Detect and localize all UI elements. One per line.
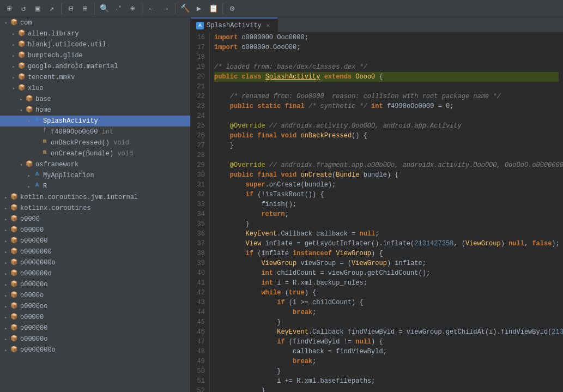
- tree-item-com[interactable]: ▾ 📦 com: [0, 17, 190, 28]
- tree-item-myapplication[interactable]: ▸ A MyApplication: [0, 170, 190, 181]
- settings-icon[interactable]: ⚙: [226, 3, 238, 15]
- tree-item-r[interactable]: ▸ A R: [0, 181, 190, 192]
- tree-item-oncreate[interactable]: m onCreate(Bundle) void: [0, 148, 190, 159]
- package-icon: 📦: [17, 51, 26, 60]
- list-item[interactable]: ▸ 📦 o000000: [0, 323, 190, 334]
- package-icon: 📦: [25, 106, 34, 114]
- tree-item-xluo[interactable]: ▾ 📦 xluo: [0, 83, 190, 94]
- tree-arrow[interactable]: ▸: [25, 184, 33, 190]
- list-item[interactable]: ▸ 📦 o00000: [0, 225, 190, 236]
- export-icon[interactable]: ↗: [46, 3, 58, 15]
- structure-icon[interactable]: ⊞: [3, 3, 15, 15]
- tree-arrow[interactable]: ▸: [10, 53, 17, 59]
- tree-arrow[interactable]: ▸: [10, 64, 17, 70]
- tree-arrow[interactable]: ▸: [2, 238, 10, 244]
- tree-arrow[interactable]: ▸: [10, 31, 17, 37]
- tree-arrow[interactable]: ▸: [2, 195, 10, 201]
- back-icon[interactable]: ←: [146, 3, 158, 15]
- tree-arrow[interactable]: ▾: [10, 86, 17, 92]
- tree-item-blankj[interactable]: ▸ 📦 blankj.utilcode.util: [0, 39, 190, 50]
- tree-label: o000000: [20, 324, 47, 332]
- tree-label: o0000000o: [20, 259, 56, 267]
- tree-arrow[interactable]: ▸: [2, 304, 10, 310]
- tree-arrow[interactable]: ▾: [25, 118, 33, 124]
- tree-arrow[interactable]: ▸: [2, 260, 10, 266]
- run-icon[interactable]: ▶: [193, 3, 205, 15]
- tree-label: onBackPressed() void: [51, 139, 129, 147]
- project-tree[interactable]: ▾ 📦 com ▸ 📦 allen.library ▸ 📦 blankj.uti…: [0, 17, 191, 392]
- refresh-icon[interactable]: ↺: [17, 3, 29, 15]
- package-icon: 📦: [10, 19, 19, 27]
- list-item[interactable]: ▸ 📦 o0000000o: [0, 257, 190, 268]
- save-icon[interactable]: ▣: [32, 3, 44, 15]
- tree-arrow[interactable]: ▸: [10, 42, 17, 48]
- code-line-28: [214, 150, 559, 160]
- tree-arrow[interactable]: ▸: [2, 206, 10, 212]
- list-item[interactable]: ▸ 📦 o000000o: [0, 268, 190, 279]
- class-icon: A: [33, 117, 41, 125]
- code-content[interactable]: import o0000000.Ooo0000; import o00000o.…: [210, 33, 563, 392]
- tree-arrow[interactable]: ▸: [2, 249, 10, 255]
- list-item[interactable]: ▸ 📦 o00000o: [0, 334, 190, 345]
- tree-arrow[interactable]: ▸: [2, 315, 10, 321]
- tree-item-osframework[interactable]: ▾ 📦 osframework: [0, 159, 190, 170]
- list-item[interactable]: ▸ 📦 o00000: [0, 312, 190, 323]
- package-icon: 📦: [10, 237, 19, 245]
- collapse-icon[interactable]: ⊟: [65, 3, 77, 15]
- tree-item-tencent[interactable]: ▸ 📦 tencent.mmkv: [0, 72, 190, 83]
- tree-arrow[interactable]: ▸: [2, 216, 10, 222]
- list-item[interactable]: ▸ 📦 o0000000o: [0, 345, 190, 355]
- tree-arrow[interactable]: ▸: [2, 325, 10, 331]
- tab-splash-activity[interactable]: A SplashActivity ✕: [191, 17, 278, 32]
- list-item[interactable]: ▸ 📦 o00000o: [0, 279, 190, 290]
- list-item[interactable]: ▸ 📦 o000000: [0, 236, 190, 246]
- tree-item-bumptech[interactable]: ▸ 📦 bumptech.glide: [0, 50, 190, 61]
- tree-item-o0000[interactable]: ▸ 📦 o0000: [0, 214, 190, 225]
- tree-arrow[interactable]: ▾: [17, 107, 25, 113]
- tree-arrow[interactable]: ▸: [2, 282, 10, 288]
- tree-item-google[interactable]: ▸ 📦 google.android.material: [0, 61, 190, 72]
- next-search-icon[interactable]: ⊕: [126, 3, 138, 15]
- code-line-38: if (inflate instanceof ViewGroup) {: [214, 249, 559, 258]
- tree-arrow[interactable]: ▸: [10, 75, 17, 81]
- code-line-18: [214, 52, 559, 62]
- tree-arrow[interactable]: ▸: [2, 271, 10, 277]
- package-icon: 📦: [25, 95, 34, 104]
- tree-item-kotlin-coroutines[interactable]: ▸ 📦 kotlin.coroutines.jvm.internal: [0, 192, 190, 203]
- code-editor[interactable]: 16 17 18 19 20 21 22 23 24 25 26 27 28 2…: [191, 33, 563, 392]
- code-line-20: public class SplashActivity extends Oooo…: [214, 72, 559, 82]
- tree-item-allen-library[interactable]: ▸ 📦 allen.library: [0, 28, 190, 39]
- expand-icon[interactable]: ⊞: [79, 3, 91, 15]
- tree-arrow[interactable]: ▾: [17, 162, 25, 168]
- list-item[interactable]: ▸ 📦 o0000o: [0, 290, 190, 301]
- tree-item-field[interactable]: f f4090Ooo0o00 int: [0, 126, 190, 137]
- forward-icon[interactable]: →: [160, 3, 172, 15]
- package-icon: 📦: [10, 346, 19, 354]
- search-icon[interactable]: 🔍: [98, 3, 110, 15]
- tab-close-button[interactable]: ✕: [264, 22, 272, 29]
- tree-arrow[interactable]: ▸: [2, 293, 10, 299]
- code-line-35: }: [214, 219, 559, 229]
- tree-arrow-com[interactable]: ▾: [2, 20, 10, 26]
- package-icon: 📦: [10, 280, 19, 289]
- tree-item-home[interactable]: ▾ 📦 home: [0, 105, 190, 116]
- tree-item-onbackpressed[interactable]: m onBackPressed() void: [0, 137, 190, 148]
- tree-arrow[interactable]: ▸: [25, 173, 33, 179]
- tree-item-kotlinx[interactable]: ▸ 📦 kotlinx.coroutines: [0, 203, 190, 214]
- tree-item-base[interactable]: ▸ 📦 base: [0, 94, 190, 105]
- tree-arrow[interactable]: ▸: [2, 227, 10, 233]
- tree-label: kotlinx.coroutines: [20, 204, 91, 212]
- code-line-32: if (!isTaskRoot()) {: [214, 190, 559, 200]
- tree-arrow[interactable]: ▸: [2, 336, 10, 342]
- package-icon: 📦: [10, 226, 19, 234]
- analyze-icon[interactable]: 📋: [207, 3, 219, 15]
- tree-arrow[interactable]: ▸: [17, 97, 25, 102]
- regex-search-icon[interactable]: .*: [112, 3, 124, 15]
- list-item[interactable]: ▸ 📦 o0000oo: [0, 301, 190, 312]
- code-line-41: int i = R.xml.backup_rules;: [214, 278, 559, 288]
- tree-arrow[interactable]: ▸: [2, 347, 10, 353]
- build-icon[interactable]: 🔨: [179, 3, 191, 15]
- tree-label: o00000o: [20, 335, 47, 343]
- tree-item-splash-activity[interactable]: ▾ A SplashActivity: [0, 116, 190, 126]
- list-item[interactable]: ▸ 📦 o0000000: [0, 246, 190, 257]
